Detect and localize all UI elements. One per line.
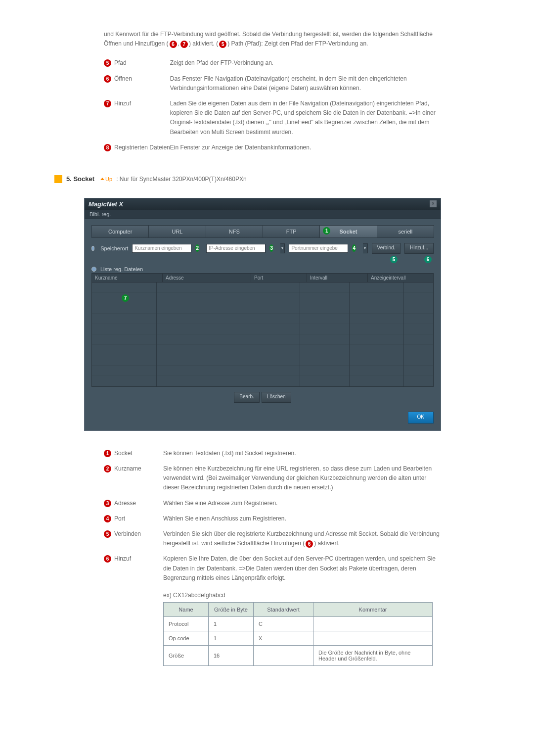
sterm-verbinden: Verbinden bbox=[114, 530, 141, 537]
file-grid: Kurzname Adresse Port Intervall Anzeigei… bbox=[91, 273, 434, 387]
tab-socket[interactable]: 1Socket bbox=[319, 225, 377, 238]
ph-size: Größe in Byte bbox=[209, 603, 254, 617]
badge-7-app: 7 bbox=[122, 294, 129, 302]
badge-5-inline: 5 bbox=[219, 41, 226, 48]
tab-url[interactable]: URL bbox=[148, 225, 206, 238]
sbadge-5: 5 bbox=[104, 530, 111, 538]
badge-4: 4 bbox=[352, 244, 356, 252]
sterm-port: Port bbox=[114, 515, 125, 522]
desc-reg: Ein Fenster zur Anzeige der Datenbankinf… bbox=[170, 140, 440, 155]
intro-line2: ) aktiviert. ( bbox=[189, 40, 218, 47]
magicnet-window: MagicNet X × Bibl. reg. Computer URL NFS… bbox=[84, 198, 441, 431]
radio-liste[interactable] bbox=[91, 267, 96, 272]
badge-6-inline: 6 bbox=[170, 41, 177, 48]
col-kurzname[interactable]: Kurzname bbox=[92, 274, 163, 282]
section-title: 5. Socket bbox=[66, 175, 94, 183]
badge-6: 6 bbox=[104, 75, 111, 83]
tab-bar: Computer URL NFS FTP 1Socket seriell bbox=[91, 225, 434, 238]
tab-computer[interactable]: Computer bbox=[91, 225, 149, 238]
socket-definitions: 1SocketSie können Textdaten (.txt) mit S… bbox=[104, 446, 440, 586]
ph-name: Name bbox=[164, 603, 209, 617]
loeschen-button[interactable]: Löschen bbox=[262, 392, 291, 403]
label-speicherort: Speicherort bbox=[100, 245, 128, 251]
sdesc-adresse: Wählen Sie eine Adresse zum Registrieren… bbox=[163, 496, 440, 511]
sdesc-socket: Sie können Textdaten (.txt) mit Socket r… bbox=[163, 446, 440, 461]
sbadge-1: 1 bbox=[104, 450, 111, 457]
proto-row-1: Op code1X bbox=[164, 631, 433, 646]
badge-2: 2 bbox=[195, 244, 199, 252]
desc-hinzuf: Laden Sie die eigenen Daten aus dem in d… bbox=[170, 96, 440, 140]
hinzuf-button[interactable]: Hinzuf... bbox=[404, 243, 434, 254]
sbadge-6: 6 bbox=[104, 555, 111, 563]
col-port[interactable]: Port bbox=[251, 274, 307, 282]
badge-5: 5 bbox=[104, 59, 111, 67]
ip-dropdown[interactable]: ▾ bbox=[280, 243, 285, 253]
ph-std: Standardwert bbox=[254, 603, 313, 617]
sdesc-kurz: Sie können eine Kurzbezeichnung für eine… bbox=[163, 461, 440, 496]
desc-pfad: Zeigt den Pfad der FTP-Verbindung an. bbox=[170, 55, 440, 71]
intro-line3: ) Path (Pfad): Zeigt den Pfad der FTP-Ve… bbox=[227, 40, 368, 47]
sbadge-4: 4 bbox=[104, 515, 111, 522]
ph-kom: Kommentar bbox=[313, 603, 433, 617]
ip-input[interactable]: IP-Adresse eingeben bbox=[206, 244, 266, 253]
desc-oeffnen: Das Fenster File Navigation (Dateinaviga… bbox=[170, 71, 440, 96]
label-liste: Liste reg. Dateien bbox=[100, 266, 143, 272]
chevron-up-icon bbox=[100, 178, 104, 180]
sterm-kurz: Kurzname bbox=[114, 465, 141, 472]
badge-6-app: 6 bbox=[424, 256, 432, 263]
up-link[interactable]: Up bbox=[100, 176, 112, 182]
badge-8: 8 bbox=[104, 144, 111, 151]
tab-nfs[interactable]: NFS bbox=[206, 225, 263, 238]
example-label: ex) CX12abcdefghabcd bbox=[163, 591, 440, 600]
sterm-socket: Socket bbox=[114, 450, 133, 457]
badge-7-inline: 7 bbox=[180, 41, 188, 48]
ftp-definitions: 5PfadZeigt den Pfad der FTP-Verbindung a… bbox=[104, 55, 440, 155]
term-hinzuf: Hinzuf bbox=[114, 100, 131, 107]
badge-tab-1: 1 bbox=[323, 227, 330, 235]
connect-icon bbox=[54, 175, 62, 183]
ok-button[interactable]: OK bbox=[408, 412, 434, 424]
badge-3: 3 bbox=[269, 244, 273, 252]
col-intervall[interactable]: Intervall bbox=[307, 274, 368, 282]
tab-ftp[interactable]: FTP bbox=[263, 225, 320, 238]
badge-5-app: 5 bbox=[390, 256, 398, 263]
section-note: : Nur für SyncMaster 320PXn/400P(T)Xn/46… bbox=[116, 176, 246, 183]
sdesc-hinzuf: Kopieren Sie Ihre Daten, die über den So… bbox=[163, 551, 440, 586]
tab-seriell[interactable]: seriell bbox=[377, 225, 434, 238]
proto-row-0: Protocol1C bbox=[164, 617, 433, 631]
sterm-hinzuf: Hinzuf bbox=[114, 555, 131, 562]
grid-body[interactable]: 7 bbox=[92, 283, 433, 386]
close-icon[interactable]: × bbox=[430, 200, 437, 207]
kurzname-input[interactable]: Kurznamen eingeben bbox=[132, 244, 191, 253]
sdesc-port: Wählen Sie einen Anschluss zum Registrie… bbox=[163, 511, 440, 526]
badge-7: 7 bbox=[104, 100, 111, 107]
sterm-adresse: Adresse bbox=[114, 500, 136, 507]
radio-speicherort[interactable] bbox=[91, 246, 94, 251]
protocol-table: Name Größe in Byte Standardwert Kommenta… bbox=[163, 602, 433, 666]
verbind-button[interactable]: Verbind. bbox=[372, 243, 401, 254]
bearb-button[interactable]: Bearb. bbox=[234, 392, 259, 403]
sbadge-6-inline: 6 bbox=[306, 540, 313, 548]
sdesc-verbinden: Verbinden Sie sich über die registrierte… bbox=[163, 526, 440, 551]
term-oeffnen: Öffnen bbox=[114, 75, 132, 82]
app-subtitle: Bibl. reg. bbox=[85, 210, 441, 219]
col-anzeige[interactable]: Anzeigeintervall bbox=[368, 274, 433, 282]
term-pfad: Pfad bbox=[114, 59, 127, 66]
proto-row-2: Größe16Die Größe der Nachricht in Byte, … bbox=[164, 646, 433, 666]
sbadge-2: 2 bbox=[104, 465, 111, 472]
port-dropdown[interactable]: ▾ bbox=[363, 243, 367, 253]
port-input[interactable]: Portnummer eingebe bbox=[289, 244, 348, 253]
term-reg: Registrierten Dateien bbox=[114, 144, 170, 151]
col-adresse[interactable]: Adresse bbox=[163, 274, 251, 282]
app-logo: MagicNet X bbox=[89, 200, 123, 208]
sbadge-3: 3 bbox=[104, 500, 111, 507]
